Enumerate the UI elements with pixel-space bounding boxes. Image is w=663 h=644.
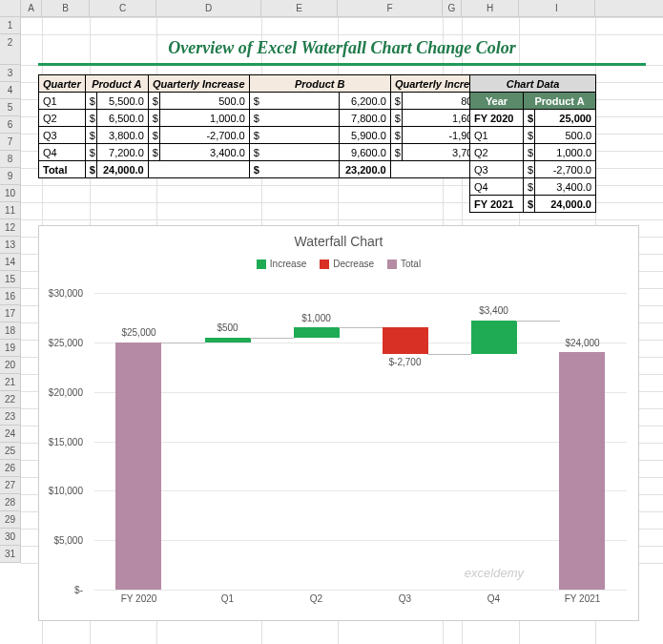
watermark: exceldemy xyxy=(465,566,524,580)
row-headers: 1234567891011121314151617181920212223242… xyxy=(0,17,21,563)
waterfall-chart[interactable]: Waterfall Chart IncreaseDecreaseTotal $3… xyxy=(38,225,639,621)
x-axis: FY 2020Q1Q2Q3Q4FY 2021 xyxy=(94,593,627,613)
chart-data-table[interactable]: Chart DataYearProduct AFY 2020$25,000Q1$… xyxy=(469,74,596,213)
y-axis: $30,000$25,000$20,000$15,000$10,000$5,00… xyxy=(39,293,89,590)
page-title: Overview of Excel Waterfall Chart Change… xyxy=(38,38,646,58)
worksheet[interactable]: Overview of Excel Waterfall Chart Change… xyxy=(21,17,663,644)
main-data-table[interactable]: QuarterProduct AQuarterly IncreaseProduc… xyxy=(38,74,492,178)
plot-area: $25,000$500$1,000$-2,700$3,400$24,000 xyxy=(94,293,627,590)
chart-title: Waterfall Chart xyxy=(39,234,638,249)
chart-legend: IncreaseDecreaseTotal xyxy=(39,259,638,269)
title-rule xyxy=(38,63,646,66)
column-headers: ABCDEFGHI xyxy=(0,0,663,17)
